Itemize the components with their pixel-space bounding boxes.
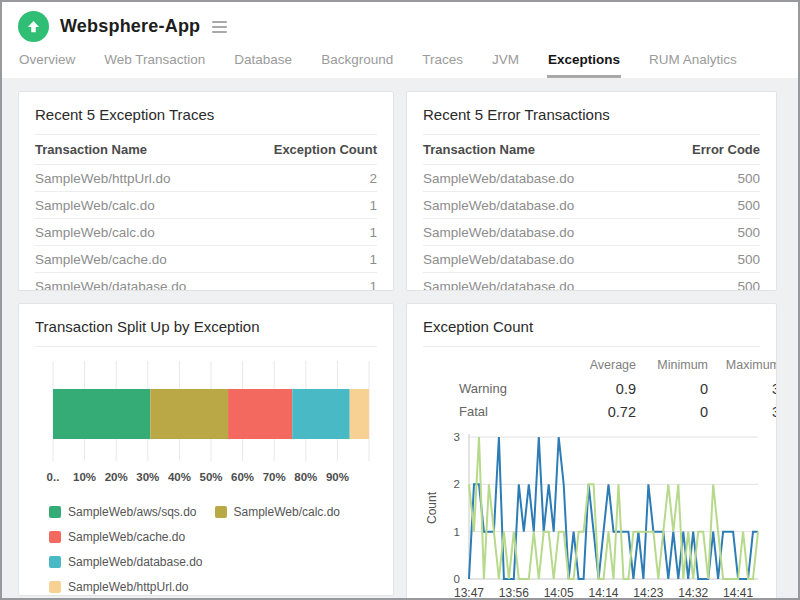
- panel-title: Recent 5 Error Transactions: [423, 92, 760, 135]
- legend-item[interactable]: SampleWeb/database.do: [49, 555, 203, 569]
- svg-text:30%: 30%: [136, 471, 159, 483]
- exception-traces-table: Transaction Name Exception Count SampleW…: [35, 135, 377, 291]
- tab-database[interactable]: Database: [233, 48, 293, 78]
- table-header-row: Transaction Name Exception Count: [35, 135, 377, 165]
- transaction-name: SampleWeb/database.do: [423, 171, 574, 186]
- svg-text:13:56: 13:56: [499, 586, 529, 598]
- svg-text:3: 3: [454, 431, 460, 443]
- transaction-name: SampleWeb/database.do: [423, 225, 574, 240]
- legend-swatch: [49, 531, 61, 543]
- stacked-bar-chart: 0..10%20%30%40%50%60%70%80%90%: [35, 357, 379, 487]
- svg-text:14:14: 14:14: [589, 586, 619, 598]
- svg-text:2: 2: [454, 478, 460, 490]
- menu-icon[interactable]: [212, 21, 227, 33]
- error-code: 500: [737, 171, 760, 186]
- stats-row-warning: Warning 0.9 0 3: [423, 377, 777, 400]
- table-row[interactable]: SampleWeb/database.do 1: [35, 273, 377, 291]
- table-row[interactable]: SampleWeb/database.do 500: [423, 246, 760, 273]
- legend-label: SampleWeb/calc.do: [234, 505, 341, 519]
- legend-label: SampleWeb/httpUrl.do: [68, 580, 189, 594]
- chart-legend: SampleWeb/aws/sqs.do SampleWeb/calc.do S…: [49, 505, 369, 596]
- tab-rum-analytics[interactable]: RUM Analytics: [648, 48, 738, 78]
- legend-label: SampleWeb/cache.do: [68, 530, 185, 544]
- table-row[interactable]: SampleWeb/calc.do 1: [35, 219, 377, 246]
- column-header-maximum: Maximum: [708, 358, 777, 372]
- svg-text:14:05: 14:05: [544, 586, 574, 598]
- legend-item[interactable]: SampleWeb/httpUrl.do: [49, 580, 189, 594]
- tab-jvm[interactable]: JVM: [491, 48, 520, 78]
- svg-text:Count: Count: [425, 491, 439, 524]
- panel-title: Recent 5 Exception Traces: [35, 92, 377, 135]
- svg-text:40%: 40%: [168, 471, 191, 483]
- transaction-name: SampleWeb/cache.do: [35, 252, 167, 267]
- transaction-name: SampleWeb/calc.do: [35, 225, 155, 240]
- svg-text:10%: 10%: [73, 471, 96, 483]
- column-header-exception-count: Exception Count: [274, 142, 377, 157]
- exception-count: 2: [369, 171, 377, 186]
- transaction-name: SampleWeb/database.do: [423, 279, 574, 292]
- transaction-name: SampleWeb/calc.do: [35, 198, 155, 213]
- transaction-name: SampleWeb/httpUrl.do: [35, 171, 171, 186]
- column-header-error-code: Error Code: [692, 142, 760, 157]
- tab-background[interactable]: Background: [320, 48, 394, 78]
- table-row[interactable]: SampleWeb/calc.do 1: [35, 192, 377, 219]
- svg-text:14:23: 14:23: [633, 586, 663, 598]
- legend-item[interactable]: SampleWeb/calc.do: [215, 505, 341, 519]
- error-transactions-table: Transaction Name Error Code SampleWeb/da…: [423, 135, 760, 291]
- dashboard-content: Recent 5 Exception Traces Transaction Na…: [2, 78, 798, 598]
- column-header-transaction-name: Transaction Name: [35, 142, 147, 157]
- line-chart: 0123Count13:4713:5614:0514:1414:2314:321…: [423, 429, 760, 598]
- transaction-name: SampleWeb/database.do: [423, 198, 574, 213]
- legend-item[interactable]: SampleWeb/aws/sqs.do: [49, 505, 197, 519]
- column-header-transaction-name: Transaction Name: [423, 142, 535, 157]
- app-window: Websphere-App Overview Web Transaction D…: [0, 0, 800, 600]
- svg-text:1: 1: [454, 526, 460, 538]
- series-label: Fatal: [423, 404, 541, 419]
- table-row[interactable]: SampleWeb/database.do 500: [423, 273, 760, 291]
- maximum-value: 3: [708, 381, 777, 397]
- exception-count: 1: [369, 225, 377, 240]
- svg-text:0: 0: [454, 573, 460, 585]
- legend-label: SampleWeb/database.do: [68, 555, 203, 569]
- table-row[interactable]: SampleWeb/database.do 500: [423, 219, 760, 246]
- tab-web-transaction[interactable]: Web Transaction: [103, 48, 206, 78]
- legend-item[interactable]: SampleWeb/cache.do: [49, 530, 185, 544]
- svg-text:50%: 50%: [199, 471, 222, 483]
- panel-transaction-split: Transaction Split Up by Exception 0..10%…: [18, 303, 394, 596]
- table-row[interactable]: SampleWeb/httpUrl.do 2: [35, 165, 377, 192]
- tab-bar: Overview Web Transaction Database Backgr…: [2, 46, 798, 78]
- column-header-average: Average: [541, 358, 636, 372]
- tab-exceptions[interactable]: Exceptions: [547, 48, 621, 78]
- stats-header-row: Average Minimum Maximum: [423, 353, 777, 377]
- svg-text:90%: 90%: [326, 471, 349, 483]
- error-code: 500: [737, 225, 760, 240]
- svg-text:0..: 0..: [47, 471, 60, 483]
- table-row[interactable]: SampleWeb/database.do 500: [423, 165, 760, 192]
- panel-exception-count: Exception Count Average Minimum Maximum …: [406, 303, 777, 598]
- panel-title: Exception Count: [423, 304, 760, 347]
- error-code: 500: [737, 252, 760, 267]
- minimum-value: 0: [636, 404, 708, 420]
- table-row[interactable]: SampleWeb/cache.do 1: [35, 246, 377, 273]
- table-header-row: Transaction Name Error Code: [423, 135, 760, 165]
- svg-text:13:47: 13:47: [454, 586, 484, 598]
- svg-text:60%: 60%: [231, 471, 254, 483]
- page-title: Websphere-App: [60, 16, 200, 37]
- svg-text:14:32: 14:32: [678, 586, 708, 598]
- legend-swatch: [215, 506, 227, 518]
- tab-traces[interactable]: Traces: [421, 48, 464, 78]
- svg-text:70%: 70%: [263, 471, 286, 483]
- svg-text:80%: 80%: [294, 471, 317, 483]
- minimum-value: 0: [636, 381, 708, 397]
- table-row[interactable]: SampleWeb/database.do 500: [423, 192, 760, 219]
- exception-count-stats: Average Minimum Maximum Warning 0.9 0 3 …: [423, 353, 777, 423]
- column-header-minimum: Minimum: [636, 358, 708, 372]
- svg-text:14:41: 14:41: [723, 586, 753, 598]
- panel-title: Transaction Split Up by Exception: [35, 304, 377, 347]
- error-code: 500: [737, 198, 760, 213]
- legend-swatch: [49, 506, 61, 518]
- series-label: Warning: [423, 381, 541, 396]
- status-up-icon: [18, 11, 49, 42]
- panel-exception-traces: Recent 5 Exception Traces Transaction Na…: [18, 91, 394, 291]
- tab-overview[interactable]: Overview: [18, 48, 76, 78]
